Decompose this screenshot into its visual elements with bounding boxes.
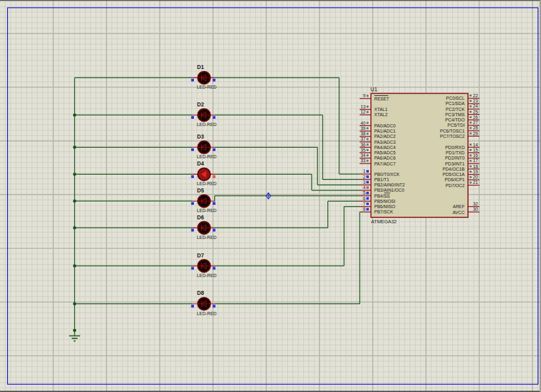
svg-text:PA1/ADC1: PA1/ADC1 <box>374 129 396 133</box>
svg-text:PB3/AIN1/OC0: PB3/AIN1/OC0 <box>374 188 404 192</box>
svg-text:D2: D2 <box>197 102 204 108</box>
svg-text:9: 9 <box>363 93 365 98</box>
svg-text:PC3/TMS: PC3/TMS <box>445 112 465 117</box>
svg-text:35: 35 <box>360 148 365 152</box>
svg-text:PA0/ADC0: PA0/ADC0 <box>374 123 396 128</box>
svg-text:D5: D5 <box>197 188 204 194</box>
svg-text:XTAL1: XTAL1 <box>374 107 387 112</box>
svg-text:LED-RED: LED-RED <box>197 85 217 89</box>
svg-text:LED-RED: LED-RED <box>197 235 217 240</box>
svg-text:20: 20 <box>473 175 479 179</box>
svg-text:2: 2 <box>363 175 365 179</box>
svg-text:23: 23 <box>473 98 479 103</box>
svg-text:PB4/SS: PB4/SS <box>374 194 390 198</box>
svg-text:7: 7 <box>363 202 365 206</box>
svg-text:XTAL2: XTAL2 <box>374 112 387 117</box>
svg-text:12: 12 <box>360 110 365 114</box>
svg-text:6: 6 <box>363 196 365 201</box>
svg-text:PD4/OC1B: PD4/OC1B <box>442 167 465 171</box>
svg-text:PA5/ADC5: PA5/ADC5 <box>374 150 396 155</box>
svg-text:21: 21 <box>473 180 479 185</box>
svg-text:5: 5 <box>363 190 365 195</box>
svg-text:ATMEGA32: ATMEGA32 <box>371 219 397 225</box>
svg-text:PD6/ICP1: PD6/ICP1 <box>445 177 465 182</box>
svg-text:27: 27 <box>473 120 479 125</box>
svg-text:25: 25 <box>473 110 479 114</box>
svg-text:PC0/SCL: PC0/SCL <box>446 96 465 100</box>
svg-text:3: 3 <box>363 180 365 185</box>
svg-text:36: 36 <box>360 142 365 147</box>
svg-text:PB6/MISO: PB6/MISO <box>374 204 395 209</box>
svg-text:37: 37 <box>360 137 365 141</box>
svg-text:PB1/T1: PB1/T1 <box>374 177 389 182</box>
svg-text:U1: U1 <box>371 87 378 93</box>
svg-text:22: 22 <box>473 93 479 98</box>
svg-text:34: 34 <box>360 153 365 158</box>
svg-text:RESET: RESET <box>374 97 389 101</box>
svg-text:LED-RED: LED-RED <box>197 311 217 316</box>
svg-text:LED-RED: LED-RED <box>197 154 217 159</box>
svg-text:19: 19 <box>473 169 479 174</box>
svg-text:39: 39 <box>360 126 365 131</box>
svg-text:PA4/ADC4: PA4/ADC4 <box>374 145 396 150</box>
svg-text:17: 17 <box>473 158 479 163</box>
svg-text:D3: D3 <box>197 134 204 140</box>
svg-text:PD0/RXD: PD0/RXD <box>445 145 465 150</box>
svg-text:LED-RED: LED-RED <box>197 181 217 186</box>
svg-text:PB7/SCK: PB7/SCK <box>374 209 393 214</box>
svg-text:28: 28 <box>473 125 479 130</box>
svg-text:29: 29 <box>473 131 479 136</box>
svg-text:D4: D4 <box>197 161 204 167</box>
svg-text:4: 4 <box>363 185 365 190</box>
svg-text:D7: D7 <box>197 253 204 259</box>
svg-text:LED-RED: LED-RED <box>197 122 217 127</box>
svg-text:PD3/INT1: PD3/INT1 <box>445 162 465 166</box>
svg-text:PA2/ADC2: PA2/ADC2 <box>374 134 396 139</box>
svg-text:15: 15 <box>473 148 479 152</box>
svg-text:PA6/ADC6: PA6/ADC6 <box>374 156 396 160</box>
svg-text:18: 18 <box>473 164 479 169</box>
svg-text:33: 33 <box>360 158 365 163</box>
svg-text:LED-RED: LED-RED <box>197 208 217 213</box>
svg-text:40: 40 <box>360 121 365 125</box>
svg-text:14: 14 <box>473 142 479 147</box>
svg-text:PA3/ADC3: PA3/ADC3 <box>374 140 396 144</box>
svg-text:PC1/SDA: PC1/SDA <box>446 101 465 106</box>
svg-text:PD5/OC1A: PD5/OC1A <box>442 172 465 177</box>
svg-text:D6: D6 <box>197 215 204 221</box>
svg-text:13: 13 <box>360 104 365 109</box>
svg-text:16: 16 <box>473 153 479 158</box>
svg-text:PD7/OC2: PD7/OC2 <box>446 183 465 188</box>
svg-text:PD1/TXD: PD1/TXD <box>446 150 465 155</box>
svg-text:PC7/TOSC2: PC7/TOSC2 <box>440 134 465 139</box>
svg-text:32: 32 <box>473 202 479 206</box>
svg-text:30: 30 <box>473 207 479 211</box>
svg-text:1: 1 <box>363 169 365 173</box>
svg-text:AREF: AREF <box>453 204 465 209</box>
svg-text:PA7/ADC7: PA7/ADC7 <box>374 162 396 166</box>
svg-text:PC5/TDI: PC5/TDI <box>448 123 465 127</box>
svg-text:26: 26 <box>473 115 479 120</box>
svg-text:24: 24 <box>473 104 479 108</box>
svg-text:AVCC: AVCC <box>452 210 464 215</box>
svg-text:8: 8 <box>363 207 365 211</box>
svg-text:PB0/T0/XCK: PB0/T0/XCK <box>374 172 400 177</box>
svg-text:LED-RED: LED-RED <box>197 273 217 278</box>
svg-text:PB5/MOSI: PB5/MOSI <box>374 199 395 204</box>
svg-text:D8: D8 <box>197 290 204 296</box>
svg-text:38: 38 <box>360 131 365 136</box>
svg-text:PC2/TCK: PC2/TCK <box>446 107 465 112</box>
svg-text:PB2/AIN0/INT2: PB2/AIN0/INT2 <box>374 183 405 187</box>
svg-text:PC6/TOSC1: PC6/TOSC1 <box>440 129 465 133</box>
svg-text:D1: D1 <box>197 64 204 70</box>
svg-text:PC4/TDO: PC4/TDO <box>445 118 464 122</box>
svg-text:PD2/INT0: PD2/INT0 <box>445 156 465 160</box>
